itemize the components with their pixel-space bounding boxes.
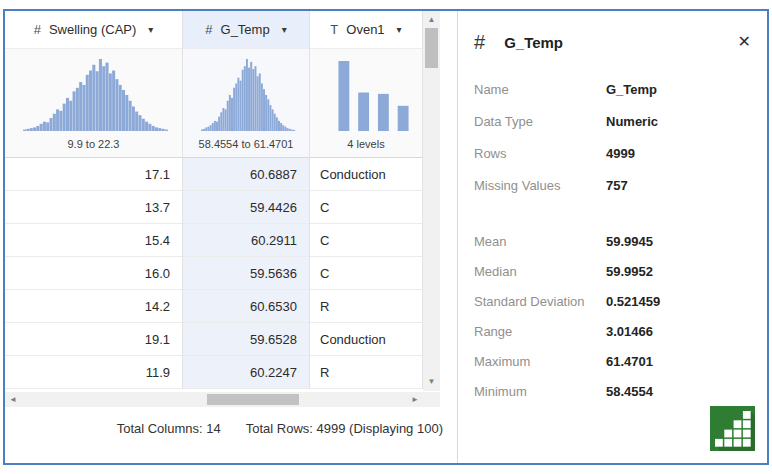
cell[interactable]: R [310, 356, 422, 389]
stat-value: 58.4554 [606, 384, 653, 399]
column-header-oven1[interactable]: T Oven1 ▾ [310, 11, 422, 49]
column-summary-g-temp: 58.4554 to 61.4701 [183, 49, 309, 158]
stat-value: 0.521459 [606, 294, 660, 309]
stat-label: Minimum [474, 384, 606, 399]
cell[interactable]: 11.9 [5, 356, 182, 389]
cell[interactable]: C [310, 257, 422, 290]
scroll-down-icon[interactable]: ▼ [423, 378, 440, 386]
column-g-temp: # G_Temp ▾ 58.4554 to 61.4701 60.6887 59… [183, 11, 310, 389]
cell[interactable]: 17.1 [5, 158, 182, 191]
stat-row-standard-deviation: Standard Deviation 0.521459 [474, 286, 751, 316]
stat-label: Mean [474, 234, 606, 249]
cell[interactable]: 60.6530 [183, 290, 309, 323]
column-summary-swelling-cap: 9.9 to 22.3 [5, 49, 182, 158]
cell[interactable]: 59.5636 [183, 257, 309, 290]
cell[interactable]: R [310, 290, 422, 323]
stat-row-minimum: Minimum 58.4554 [474, 376, 751, 406]
histogram-swelling-cap [23, 59, 168, 131]
cell[interactable]: 59.4426 [183, 191, 309, 224]
cell[interactable]: 15.4 [5, 224, 182, 257]
stat-label: Data Type [474, 114, 606, 129]
numeric-type-icon: # [34, 22, 41, 37]
summary-levels-label: 4 levels [310, 138, 422, 150]
panel-title: G_Temp [504, 34, 563, 51]
stat-row-data-type: Data Type Numeric [474, 105, 751, 137]
stat-label: Maximum [474, 354, 606, 369]
stat-value: 3.01466 [606, 324, 653, 339]
stat-value: 757 [606, 178, 628, 193]
total-columns-label: Total Columns: 14 [117, 421, 221, 436]
stat-value: 59.9952 [606, 264, 653, 279]
scrollbar-corner [423, 392, 440, 407]
column-oven1: T Oven1 ▾ 4 levels Conduction C C C R Co… [310, 11, 423, 389]
chevron-down-icon[interactable]: ▾ [397, 24, 402, 35]
text-type-icon: T [330, 22, 338, 37]
cell[interactable]: C [310, 191, 422, 224]
column-header-g-temp[interactable]: # G_Temp ▾ [183, 11, 309, 49]
panel-header: # G_Temp ✕ [458, 11, 767, 55]
cell[interactable]: 59.6528 [183, 323, 309, 356]
close-icon[interactable]: ✕ [736, 32, 753, 52]
scroll-up-icon[interactable]: ▲ [423, 16, 440, 24]
column-swelling-cap: # Swelling (CAP) ▾ 9.9 to 22.3 17.1 13.7… [5, 11, 183, 389]
stat-label: Standard Deviation [474, 294, 606, 309]
vertical-scrollbar[interactable]: ▲ ▼ [423, 11, 440, 391]
stat-value: Numeric [606, 114, 658, 129]
column-summary-oven1: 4 levels [310, 49, 422, 158]
data-grid: # Swelling (CAP) ▾ 9.9 to 22.3 17.1 13.7… [5, 11, 457, 463]
column-statistics-list: Name G_Temp Data Type Numeric Rows 4999 … [458, 73, 767, 406]
grid-columns: # Swelling (CAP) ▾ 9.9 to 22.3 17.1 13.7… [5, 11, 423, 389]
cell[interactable]: 13.7 [5, 191, 182, 224]
scroll-left-icon[interactable]: ◄ [8, 396, 18, 404]
cell[interactable]: Conduction [310, 323, 422, 356]
summary-range-label: 58.4554 to 61.4701 [183, 138, 309, 150]
cell[interactable]: 60.6887 [183, 158, 309, 191]
data-table-window: # Swelling (CAP) ▾ 9.9 to 22.3 17.1 13.7… [3, 9, 769, 465]
total-rows-label: Total Rows: 4999 (Displaying 100) [246, 421, 443, 436]
column-name: Swelling (CAP) [49, 22, 136, 37]
cell[interactable]: 60.2911 [183, 224, 309, 257]
chevron-down-icon[interactable]: ▾ [148, 24, 153, 35]
stat-row-rows: Rows 4999 [474, 137, 751, 169]
column-name: G_Temp [221, 22, 270, 37]
stat-value: G_Temp [606, 82, 657, 97]
stat-value: 61.4701 [606, 354, 653, 369]
chevron-down-icon[interactable]: ▾ [282, 24, 287, 35]
status-bar: Total Columns: 14 Total Rows: 4999 (Disp… [5, 407, 457, 449]
stat-label: Missing Values [474, 178, 606, 193]
stat-row-missing-values: Missing Values 757 [474, 169, 751, 201]
stat-value: 4999 [606, 146, 635, 161]
stat-label: Name [474, 82, 606, 97]
histogram-g-temp [201, 59, 295, 131]
stat-row-mean: Mean 59.9945 [474, 226, 751, 256]
horizontal-scrollbar[interactable]: ◄ ► [5, 392, 423, 407]
cell[interactable]: 19.1 [5, 323, 182, 356]
stat-value: 59.9945 [606, 234, 653, 249]
stat-label: Range [474, 324, 606, 339]
column-name: Oven1 [346, 22, 384, 37]
column-detail-panel: # G_Temp ✕ Name G_Temp Data Type Numeric… [457, 11, 767, 463]
scroll-right-icon[interactable]: ► [410, 396, 420, 404]
cell[interactable]: 14.2 [5, 290, 182, 323]
stat-row-median: Median 59.9952 [474, 256, 751, 286]
stat-group-divider [474, 201, 751, 226]
stat-row-range: Range 3.01466 [474, 316, 751, 346]
bar-chart-oven1 [334, 61, 413, 131]
stat-label: Rows [474, 146, 606, 161]
cell[interactable]: 60.2247 [183, 356, 309, 389]
histogram-icon[interactable] [710, 406, 755, 451]
horizontal-scrollbar-thumb[interactable] [207, 394, 299, 405]
vertical-scrollbar-thumb[interactable] [425, 28, 438, 68]
stat-row-maximum: Maximum 61.4701 [474, 346, 751, 376]
numeric-type-icon: # [474, 31, 485, 54]
numeric-type-icon: # [205, 22, 212, 37]
cell[interactable]: C [310, 224, 422, 257]
column-header-swelling-cap[interactable]: # Swelling (CAP) ▾ [5, 11, 182, 49]
stat-row-name: Name G_Temp [474, 73, 751, 105]
cell[interactable]: 16.0 [5, 257, 182, 290]
cell[interactable]: Conduction [310, 158, 422, 191]
summary-range-label: 9.9 to 22.3 [5, 138, 182, 150]
stat-label: Median [474, 264, 606, 279]
